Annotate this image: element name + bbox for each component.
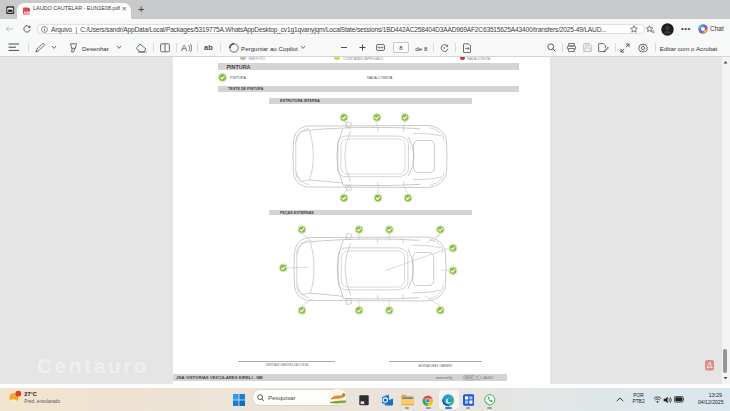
svg-text:A: A	[181, 43, 187, 53]
svg-text:LAUDO: LAUDO	[483, 376, 495, 380]
svg-text:GESO: GESO	[465, 376, 475, 380]
